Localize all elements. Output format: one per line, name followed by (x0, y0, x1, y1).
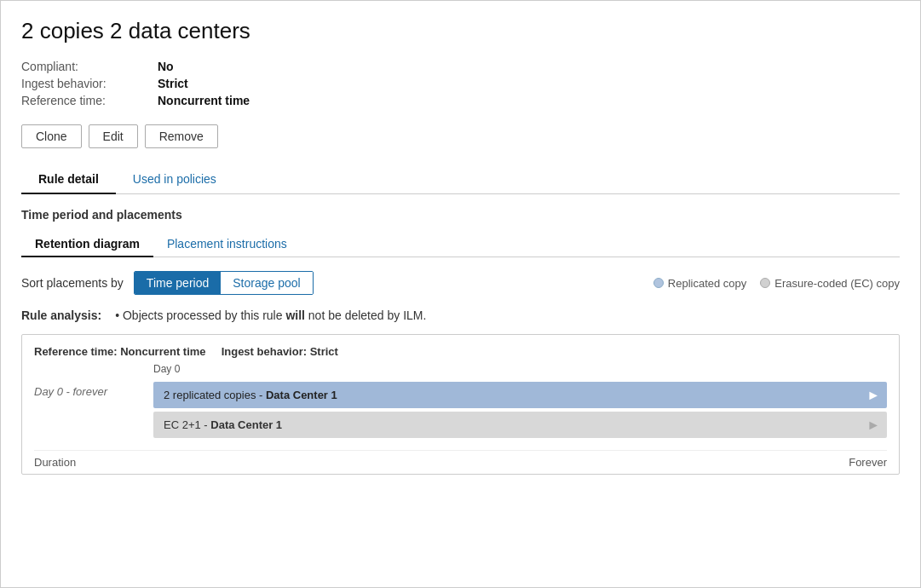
reference-value: Noncurrent time (158, 94, 900, 107)
tab-retention-diagram[interactable]: Retention diagram (21, 232, 153, 257)
diagram-footer: Duration Forever (34, 450, 887, 474)
main-tabs: Rule detail Used in policies (21, 165, 900, 194)
sort-button-group: Time period Storage pool (134, 271, 314, 295)
time-period-section-title: Time period and placements (21, 208, 900, 222)
diagram-day0: Day 0 (153, 363, 887, 375)
legend: Replicated copy Erasure-coded (EC) copy (653, 277, 900, 290)
sort-label: Sort placements by (21, 276, 124, 290)
clone-button[interactable]: Clone (21, 124, 82, 148)
diagram-bars: 2 replicated copies - Data Center 1 ► EC… (153, 382, 887, 447)
remove-button[interactable]: Remove (145, 124, 218, 148)
diagram-ingest-label: Ingest behavior: (222, 345, 307, 358)
tab-used-in-policies[interactable]: Used in policies (116, 165, 233, 194)
page-title: 2 copies 2 data centers (21, 18, 900, 44)
edit-button[interactable]: Edit (89, 124, 138, 148)
footer-forever: Forever (849, 456, 887, 469)
legend-ec: Erasure-coded (EC) copy (760, 277, 900, 290)
bar-ec-text: EC 2+1 - Data Center 1 (164, 418, 282, 431)
bar-replicated-text: 2 replicated copies - Data Center 1 (164, 389, 337, 401)
diagram-ingest-value: Strict (310, 345, 338, 358)
tab-rule-detail[interactable]: Rule detail (21, 165, 116, 194)
sub-tabs: Retention diagram Placement instructions (21, 232, 900, 257)
compliant-value: No (158, 60, 900, 73)
sort-storage-pool-button[interactable]: Storage pool (221, 272, 312, 294)
action-buttons: Clone Edit Remove (21, 124, 900, 148)
diagram-row-label: Day 0 - forever (34, 382, 153, 447)
meta-section: Compliant: No Ingest behavior: Strict Re… (21, 60, 900, 107)
legend-replicated: Replicated copy (653, 277, 747, 290)
rule-analysis-text: • Objects processed by this rule will no… (115, 308, 426, 322)
sort-time-period-button[interactable]: Time period (135, 272, 221, 294)
tab-placement-instructions[interactable]: Placement instructions (153, 232, 301, 257)
bar-ec[interactable]: EC 2+1 - Data Center 1 ► (153, 412, 887, 438)
footer-duration: Duration (34, 456, 76, 469)
diagram-header: Reference time: Noncurrent time Ingest b… (34, 345, 887, 358)
bar-ec-arrow: ► (866, 418, 880, 433)
replicated-dot (653, 278, 664, 288)
ingest-label: Ingest behavior: (21, 77, 158, 90)
bar-replicated-arrow: ► (866, 388, 880, 403)
sort-placements-row: Sort placements by Time period Storage p… (21, 271, 900, 295)
compliant-label: Compliant: (21, 60, 158, 73)
ingest-value: Strict (158, 77, 900, 90)
reference-label: Reference time: (21, 94, 158, 107)
diagram-ref-value: Noncurrent time (120, 345, 205, 358)
diagram-container: Reference time: Noncurrent time Ingest b… (21, 334, 900, 475)
diagram-ref-label: Reference time: (34, 345, 118, 358)
bar-replicated[interactable]: 2 replicated copies - Data Center 1 ► (153, 382, 887, 408)
ec-dot (760, 278, 770, 288)
replicated-label: Replicated copy (668, 277, 747, 290)
ec-label: Erasure-coded (EC) copy (774, 277, 900, 290)
rule-analysis-row: Rule analysis: • Objects processed by th… (21, 308, 900, 322)
diagram-main-row: Day 0 - forever 2 replicated copies - Da… (34, 382, 887, 447)
rule-analysis-label: Rule analysis: (21, 308, 101, 322)
